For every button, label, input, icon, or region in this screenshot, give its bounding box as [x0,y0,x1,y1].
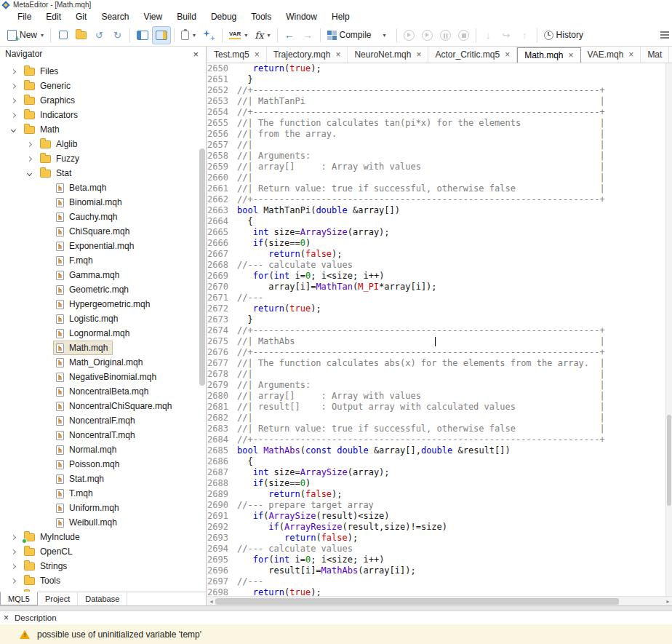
tree-item-lognormal-mqh[interactable]: hLognormal.mqh [0,326,206,341]
tree-item-geometric-mqh[interactable]: hGeometric.mqh [0,282,206,297]
toolbox-message[interactable]: !possible use of uninitialized variable … [0,624,672,644]
menu-tools[interactable]: Tools [244,10,279,23]
editor-tab-trajectory-mqh[interactable]: Trajectory.mqh× [267,47,348,63]
code-line[interactable]: 2680//| array[] : Array with values | [207,391,665,402]
code-line[interactable]: 2687 int size=ArraySize(array); [207,467,665,478]
tree-item-logistic-mqh[interactable]: hLogistic.mqh [0,311,206,326]
code-line[interactable]: 2671//--- [207,293,665,303]
chevron-right-icon[interactable] [27,156,32,161]
code-line[interactable]: 2660//| | [207,172,665,183]
chevron-right-icon[interactable] [11,549,16,554]
menu-view[interactable]: View [136,10,169,23]
step-into-button[interactable]: ↓ [479,26,497,44]
tree-item-math[interactable]: Math [0,122,206,137]
navigate-forward-button[interactable]: → [299,26,317,44]
code-line[interactable]: 2672 return(true); [207,303,665,314]
code-line[interactable]: 2697//--- [207,576,665,587]
menu-build[interactable]: Build [169,10,204,23]
code-line[interactable]: 2678//| | [207,369,665,380]
code-line[interactable]: 2652//+---------------------------------… [207,85,665,96]
code-line[interactable]: 2693 return(false); [207,533,665,544]
tree-item-beta-mqh[interactable]: hBeta.mqh [0,180,206,195]
code-line[interactable]: 2653//| MathTanPi | [207,96,665,107]
tree-item-chisquare-mqh[interactable]: hChiSquare.mqh [0,224,206,239]
editor-horizontal-scrollbar[interactable]: ◄ ► [207,596,672,605]
compile-options-button[interactable]: ▾ [375,26,393,44]
tree-item-hypergeometric-mqh[interactable]: hHypergeometric.mqh [0,297,206,311]
code-line[interactable]: 2657//| | [207,140,665,151]
code-line[interactable]: 2669 for(int i=0; i<size; i++) [207,271,665,282]
toggle-navigator-button[interactable] [133,26,152,44]
toolbox-splitter[interactable] [0,605,672,611]
tree-item-alglib[interactable]: Alglib [0,137,206,151]
navigator-tab-database[interactable]: Database [78,592,127,605]
tree-item-noncentralf-mqh[interactable]: hNoncentralF.mqh [0,413,206,428]
chevron-right-icon[interactable] [11,578,16,583]
scrollbar-thumb[interactable] [199,148,205,386]
start-debug-history-button[interactable] [418,26,436,44]
tree-item-math-mqh[interactable]: hMath.mqh [0,341,206,355]
undo-button[interactable]: ↺ [90,26,108,44]
close-tab-icon[interactable]: × [416,49,421,60]
scrollbar-track[interactable] [215,598,664,605]
compile-button[interactable]: Compile [324,26,375,44]
functions-button[interactable]: fx ▾ [251,26,273,44]
redo-button[interactable]: ↻ [108,26,127,44]
code-line[interactable]: 2682//| | [207,413,665,424]
tree-item-fuzzy[interactable]: Fuzzy [0,151,206,166]
styler-button[interactable]: ▾ [177,26,199,44]
close-tab-icon[interactable]: × [255,49,260,60]
tree-item-f-mqh[interactable]: hF.mqh [0,253,206,268]
menu-edit[interactable]: Edit [39,10,68,23]
code-line[interactable]: 2695 for(int i=0; i<size; i++) [207,554,665,565]
editor-tab-mat[interactable]: Mat [641,47,669,63]
tree-item-weibull-mqh[interactable]: hWeibull.mqh [0,515,206,530]
navigate-back-button[interactable]: ← [281,26,299,44]
editor-vertical-scrollbar[interactable] [665,63,672,596]
code-line[interactable]: 2681//| result[] : Output array with cal… [207,402,665,413]
code-line[interactable]: 2674//+---------------------------------… [207,325,665,336]
close-tab-icon[interactable]: × [505,49,510,60]
chevron-right-icon[interactable] [27,141,32,146]
code-line[interactable]: 2677//| The function calculates abs(x) f… [207,358,665,369]
code-line[interactable]: 2656//| from the array. | [207,129,665,140]
code-line[interactable]: 2651 } [207,74,665,85]
menu-window[interactable]: Window [279,10,324,23]
pause-debug-button[interactable] [436,26,455,44]
editor-tab-actor-critic-mq5[interactable]: Actor_Critic.mq5× [428,47,517,63]
tree-item-math-original-mqh[interactable]: hMath_Original.mqh [0,355,206,370]
navigator-tab-mql5[interactable]: MQL5 [0,592,38,605]
menu-file[interactable]: File [10,10,39,23]
chevron-right-icon[interactable] [11,112,16,117]
tree-item-negativebinomial-mqh[interactable]: hNegativeBinomial.mqh [0,370,206,384]
tree-item-opencl[interactable]: OpenCL [0,544,206,559]
tree-item-uniform-mqh[interactable]: hUniform.mqh [0,501,206,515]
menu-debug[interactable]: Debug [204,10,244,23]
stop-debug-button[interactable] [455,26,473,44]
tree-item-indicators[interactable]: Indicators [0,108,206,122]
tree-item-myinclude[interactable]: MyInclude [0,530,206,544]
history-button[interactable]: History [540,26,587,44]
close-navigator-icon[interactable]: × [191,49,201,60]
code-line[interactable]: 2691 if(ArraySize(result)<size) [207,511,665,522]
chevron-right-icon[interactable] [11,563,16,568]
tree-item-noncentralbeta-mqh[interactable]: hNoncentralBeta.mqh [0,384,206,399]
code-line[interactable]: 2664 { [207,216,665,227]
tree-item-stat-mqh[interactable]: hStat.mqh [0,472,206,486]
code-line[interactable]: 2668//--- calculate values [207,260,665,271]
code-area[interactable]: 2650 return(true);2651 }2652//+---------… [207,63,672,596]
tree-item-normal-mqh[interactable]: hNormal.mqh [0,442,206,457]
tree-item-files[interactable]: Files [0,64,206,79]
tree-item-cauchy-mqh[interactable]: hCauchy.mqh [0,210,206,224]
close-tab-icon[interactable]: × [569,50,574,60]
code-line[interactable]: 2698 return(true); [207,587,665,596]
menu-git[interactable]: Git [68,10,94,23]
code-line[interactable]: 2666 if(size==0) [207,238,665,249]
code-line[interactable]: 2692 if(ArrayResize(result,size)!=size) [207,522,665,533]
code-line[interactable]: 2661//| Return value: true if successful… [207,183,665,194]
code-line[interactable]: 2690//--- prepare target array [207,500,665,511]
code-line[interactable]: 2676//+---------------------------------… [207,347,665,358]
tree-item-noncentralt-mqh[interactable]: hNoncentralT.mqh [0,428,206,442]
new-button[interactable]: + New ▾ [4,26,47,44]
code-line[interactable]: 2684//+---------------------------------… [207,434,665,445]
